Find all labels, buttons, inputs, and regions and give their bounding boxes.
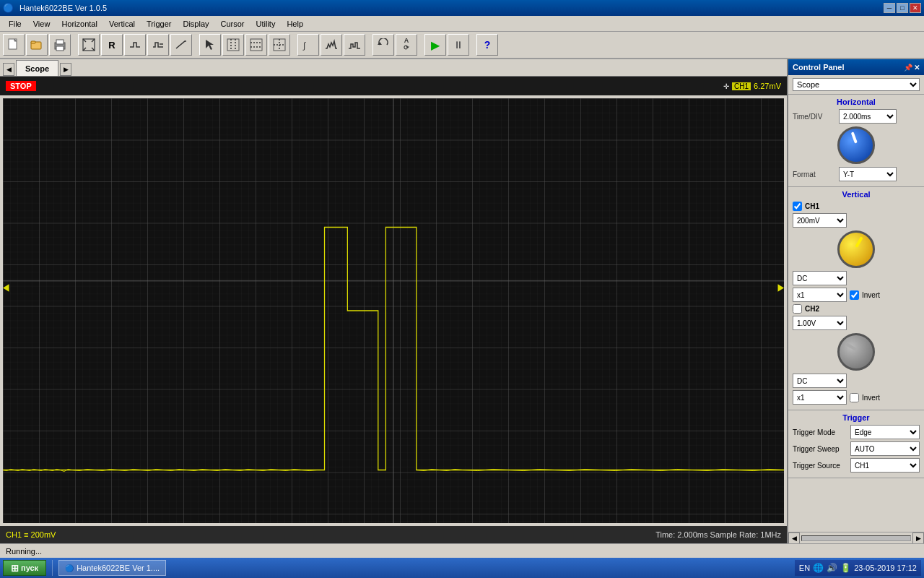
ch1-probe-select[interactable]: x1x10: [793, 288, 847, 302]
cursor-h-button[interactable]: [245, 34, 267, 56]
svg-marker-13: [206, 40, 214, 50]
ch2-waveform: [3, 98, 784, 523]
cp-pin-button[interactable]: 📌: [904, 64, 912, 72]
scope-tab[interactable]: Scope: [16, 60, 58, 76]
ch1-row: CH1: [793, 202, 920, 211]
menu-horizontal[interactable]: Horizontal: [56, 18, 103, 30]
ch1-checkbox[interactable]: [793, 202, 802, 211]
ch2-probe-row: x1x10 Invert: [793, 390, 920, 405]
math-button[interactable]: ∫: [297, 34, 319, 56]
ramp-button[interactable]: [170, 34, 192, 56]
format-select[interactable]: Y-T X-Y: [839, 167, 897, 181]
ch2-label: CH2: [805, 305, 819, 313]
status-top: STOP ✛ CH1 6.27mV: [0, 77, 787, 95]
zoom-fit-button[interactable]: [78, 34, 100, 56]
ch1-coupling-select[interactable]: DCACGND: [793, 271, 847, 285]
menu-vertical[interactable]: Vertical: [103, 18, 141, 30]
svg-marker-29: [3, 284, 9, 292]
scroll-right-button[interactable]: ▶: [912, 532, 924, 544]
horizontal-section: Horizontal Time/DIV 2.000ms 500us 1.000m…: [788, 95, 924, 187]
ch2-knob-container: [793, 333, 920, 371]
control-panel: Control Panel 📌 ✕ Scope Horizontal Time/…: [787, 59, 924, 543]
cursor-v-button[interactable]: [222, 34, 244, 56]
toolbar: R ∫: [0, 32, 924, 59]
trigger-mode-select[interactable]: EdgePulseSlopeVideo: [850, 425, 920, 439]
close-button[interactable]: ✕: [910, 3, 921, 13]
trigger-source-row: Trigger Source CH1CH2EXT: [793, 458, 920, 473]
horizontal-knob[interactable]: [837, 126, 875, 164]
filter-button[interactable]: [344, 34, 365, 56]
single-trig-button[interactable]: [147, 34, 169, 56]
reference-button[interactable]: R: [101, 34, 123, 56]
ch2-coupling-select[interactable]: DCACGND: [793, 374, 847, 388]
datetime-display: 23-05-2019 17:12: [854, 564, 917, 572]
trigger-sweep-select[interactable]: AUTONORMALSINGLE: [850, 441, 920, 456]
ch1-knob-indicator: [855, 236, 863, 248]
cursor-vh-button[interactable]: [269, 34, 290, 56]
vertical-section: Vertical CH1 200mV50mV100mV500mV1.00V: [788, 187, 924, 410]
run-button[interactable]: ▶: [424, 34, 446, 56]
ch2-row: CH2: [793, 304, 920, 314]
ch1-label-badge: CH1: [732, 82, 751, 90]
scroll-left-button[interactable]: ◀: [788, 532, 800, 544]
time-div-select[interactable]: 2.000ms 500us 1.000ms 5.000ms 10.00ms: [839, 109, 897, 124]
menu-view[interactable]: View: [27, 18, 56, 30]
cp-scope-dropdown[interactable]: Scope: [793, 78, 920, 91]
trigger-mode-label: Trigger Mode: [793, 428, 850, 436]
normal-trig-button[interactable]: [124, 34, 146, 56]
vertical-title: Vertical: [793, 190, 920, 199]
menu-cursor[interactable]: Cursor: [215, 18, 250, 30]
time-div-label: Time/DIV: [793, 113, 836, 121]
trigger-sweep-label: Trigger Sweep: [793, 445, 850, 453]
minimize-button[interactable]: ─: [884, 3, 895, 13]
taskbar-app-button[interactable]: 🔵 Hantek6022BE Ver 1....: [58, 560, 166, 576]
trigger-title: Trigger: [793, 413, 920, 422]
ch2-knob[interactable]: [837, 333, 875, 371]
menu-display[interactable]: Display: [177, 18, 214, 30]
start-button[interactable]: ⊞ пуск: [3, 560, 46, 576]
ch2-invert-checkbox[interactable]: [850, 393, 859, 402]
ch1-status: ✛ CH1 6.27mV: [723, 82, 781, 90]
menu-trigger[interactable]: Trigger: [141, 18, 177, 30]
ch1-knob[interactable]: [837, 230, 875, 268]
battery-icon: 🔋: [840, 563, 851, 573]
ch1-invert-checkbox[interactable]: [850, 290, 859, 300]
trigger-source-select[interactable]: CH1CH2EXT: [850, 458, 920, 473]
ch2-scale-select[interactable]: 1.00V100mV200mV500mV2.00V: [793, 316, 847, 330]
tabbar: ◀ Scope ▶: [0, 59, 787, 77]
undo-button[interactable]: [372, 34, 394, 56]
new-button[interactable]: [3, 34, 25, 56]
print-button[interactable]: [49, 34, 71, 56]
horizontal-knob-container: [793, 126, 920, 164]
ch2-checkbox[interactable]: [793, 304, 802, 314]
tab-prev-button[interactable]: ◀: [3, 63, 14, 76]
menu-utility[interactable]: Utility: [250, 18, 282, 30]
menu-file[interactable]: File: [3, 18, 27, 30]
fft-button[interactable]: [321, 34, 342, 56]
trigger-mode-row: Trigger Mode EdgePulseSlopeVideo: [793, 425, 920, 439]
auto-button[interactable]: A⟳: [396, 34, 417, 56]
running-text: Running...: [6, 547, 42, 556]
tab-next-button[interactable]: ▶: [60, 63, 71, 76]
maximize-button[interactable]: □: [897, 3, 908, 13]
cursor-arrow-button[interactable]: [199, 34, 221, 56]
svg-rect-3: [31, 41, 35, 43]
cp-close-button[interactable]: ✕: [914, 64, 920, 72]
ch1-label: CH1: [805, 202, 819, 210]
ch2-probe-select[interactable]: x1x10: [793, 390, 847, 405]
ch2-knob-indicator: [845, 342, 857, 350]
help-button[interactable]: ?: [476, 34, 498, 56]
ch1-invert-label: Invert: [862, 291, 880, 299]
menu-help[interactable]: Help: [281, 18, 309, 30]
pause-button[interactable]: ⏸: [448, 34, 469, 56]
knob-indicator: [851, 131, 858, 143]
open-button[interactable]: [26, 34, 48, 56]
sys-tray: EN 🌐 🔊 🔋 23-05-2019 17:12: [795, 560, 921, 576]
ch2-coupling-row: DCACGND: [793, 374, 920, 388]
cp-title: Control Panel: [793, 63, 904, 72]
taskbar-right: EN 🌐 🔊 🔋 23-05-2019 17:12: [795, 560, 921, 576]
trigger-section: Trigger Trigger Mode EdgePulseSlopeVideo…: [788, 410, 924, 478]
ch1-scale-row: 200mV50mV100mV500mV1.00V: [793, 213, 920, 228]
scroll-track[interactable]: [801, 535, 911, 541]
ch1-scale-select[interactable]: 200mV50mV100mV500mV1.00V: [793, 213, 847, 228]
